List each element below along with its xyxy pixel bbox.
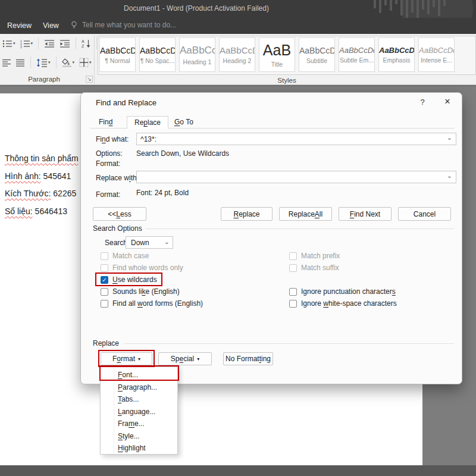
dialog-tab-find[interactable]: Find [92, 116, 120, 129]
checkbox-icon[interactable] [289, 288, 297, 296]
tab-view[interactable]: View [43, 21, 59, 30]
chevron-down-icon: ▾ [13, 41, 15, 46]
increase-indent-icon[interactable] [58, 38, 71, 49]
format-menu-button[interactable]: Format ▾ [101, 352, 152, 365]
dialog-tab-goto[interactable]: Go To [167, 116, 201, 129]
checkbox-match-suffix: Match suffix [289, 263, 339, 273]
tell-me-box[interactable]: Tell me what you want to do... [70, 21, 176, 29]
no-formatting-button[interactable]: No Formatting [223, 352, 273, 365]
replace-all-button[interactable]: Replace All [279, 207, 332, 221]
checkbox-ignore-whitespace[interactable]: Ignore white-space characters [289, 299, 397, 308]
checkbox-icon[interactable] [101, 300, 108, 308]
title-bar: Document1 - Word (Product Activation Fai… [0, 0, 476, 18]
special-menu-button[interactable]: Special ▾ [158, 352, 212, 365]
menu-item-frame[interactable]: Frame... [101, 418, 177, 430]
align-left-icon[interactable] [1, 58, 12, 68]
search-options-group-line [145, 228, 454, 229]
less-button[interactable]: << Less [93, 207, 146, 221]
bullet-list-icon[interactable]: ▾ [1, 38, 17, 49]
paragraph-group-label: Paragraph [0, 76, 88, 83]
style-card-emphasis[interactable]: AaBbCcDdEmphasis [378, 37, 415, 72]
divider [76, 37, 76, 49]
style-card-title[interactable]: AaBTitle [259, 37, 295, 72]
borders-icon[interactable]: ▾ [78, 57, 93, 68]
svg-text:A: A [82, 39, 84, 43]
shading-icon[interactable]: ▾ [61, 57, 76, 68]
checkbox-icon [289, 264, 297, 272]
checkbox-icon [289, 252, 297, 260]
menu-item-paragraph[interactable]: Paragraph... [101, 381, 177, 394]
menu-item-style[interactable]: Style... [101, 430, 177, 443]
checkbox-icon[interactable] [289, 300, 297, 308]
group-divider [94, 35, 95, 84]
style-card-heading-2[interactable]: AaBbCcDHeading 2 [219, 37, 255, 72]
style-card-intense-emphasis[interactable]: AaBbCcDdIntense E... [418, 37, 455, 72]
format-menu: Font... Paragraph... Tabs... Language...… [100, 367, 178, 455]
style-card-no-spacing[interactable]: AaBbCcDd¶ No Spac... [139, 37, 176, 72]
search-direction-select[interactable]: Down ⌄ [126, 236, 173, 249]
menu-item-font[interactable]: Font... [101, 369, 177, 381]
svg-text:3: 3 [20, 45, 22, 48]
justify-icon[interactable] [15, 58, 26, 68]
chevron-down-icon: ▾ [48, 60, 51, 65]
decrease-indent-icon[interactable] [43, 38, 56, 49]
style-card-normal[interactable]: AaBbCcDd¶ Normal [99, 37, 136, 72]
style-card-subtitle[interactable]: AaBbCcDSubtitle [299, 37, 335, 72]
line-spacing-icon[interactable]: ▾ [35, 57, 52, 68]
find-next-button[interactable]: Find Next [339, 207, 392, 221]
tab-review[interactable]: Review [7, 21, 32, 30]
numbered-list-icon[interactable]: 123 ▾ [19, 38, 35, 49]
checkbox-checked-icon[interactable]: ✓ [101, 276, 108, 284]
divider [96, 37, 97, 49]
options-value: Search Down, Use Wildcards [136, 149, 229, 158]
search-options-group-label: Search Options [93, 224, 146, 233]
checkbox-whole-words: Find whole words only [101, 263, 183, 273]
checkbox-word-forms[interactable]: Find all word forms (English) [101, 299, 203, 308]
tell-me-placeholder: Tell me what you want to do... [82, 21, 176, 29]
find-what-value: ^13*: [140, 135, 156, 143]
window-title: Document1 - Word (Product Activation Fai… [0, 4, 393, 12]
styles-group-label: Styles [98, 77, 476, 84]
find-replace-dialog: Find and Replace ? ✕ Find Replace Go To … [80, 92, 462, 384]
doc-line: Hình ảnh: 545641 [5, 168, 79, 186]
checkbox-ignore-punctuation[interactable]: Ignore punctuation characters [289, 287, 396, 296]
chevron-down-icon: ⌄ [164, 238, 170, 246]
sort-icon[interactable]: AZ [80, 37, 92, 49]
menu-gutter [114, 367, 114, 454]
menu-item-language[interactable]: Language... [101, 406, 177, 418]
chevron-down-icon: ▾ [31, 41, 33, 46]
style-card-subtle-emphasis[interactable]: AaBbCcDdSubtle Em... [339, 37, 375, 72]
checkbox-icon [101, 264, 108, 272]
replace-with-label: Replace with: [96, 174, 139, 182]
checkbox-icon[interactable] [101, 288, 108, 296]
menu-item-highlight[interactable]: Highlight [101, 442, 177, 455]
dropdown-arrow-icon: ▾ [197, 356, 199, 362]
document-text: Thông tin sản phẩm Hình ảnh: 545641 Kích… [5, 150, 79, 220]
checkbox-use-wildcards[interactable]: ✓ Use wildcards [101, 275, 157, 284]
replace-with-input[interactable]: ⌄ [136, 171, 456, 183]
checkbox-sounds-like[interactable]: Sounds like (English) [101, 287, 180, 296]
close-icon[interactable]: ✕ [441, 97, 453, 106]
chevron-down-icon[interactable]: ⌄ [447, 134, 452, 142]
lightbulb-icon [70, 21, 78, 29]
find-what-label: Find what: [96, 135, 129, 143]
word-window: Document1 - Word (Product Activation Fai… [0, 0, 476, 476]
help-icon[interactable]: ? [418, 98, 427, 107]
dialog-title: Find and Replace [96, 98, 156, 107]
checkbox-match-case: Match case [101, 251, 149, 261]
options-label: Options: [96, 149, 123, 158]
menu-item-tabs[interactable]: Tabs... [101, 393, 177, 406]
paragraph-dialog-launcher-icon[interactable]: ↘ [86, 76, 93, 83]
chevron-down-icon: ▾ [73, 60, 75, 65]
replace-button[interactable]: Replace [221, 207, 273, 221]
doc-line: Số liệu: 5646413 [5, 203, 79, 221]
chevron-down-icon[interactable]: ⌄ [447, 172, 452, 180]
bottom-bar [0, 465, 476, 476]
find-what-input[interactable]: ^13*: ⌄ [136, 133, 456, 145]
checkbox-match-prefix: Match prefix [289, 251, 340, 261]
divider [30, 57, 31, 68]
dropdown-arrow-icon: ▾ [138, 356, 140, 362]
cancel-button[interactable]: Cancel [398, 207, 451, 221]
style-card-heading-1[interactable]: AaBbCcHeading 1 [179, 37, 215, 72]
dialog-tab-replace[interactable]: Replace [127, 116, 168, 129]
